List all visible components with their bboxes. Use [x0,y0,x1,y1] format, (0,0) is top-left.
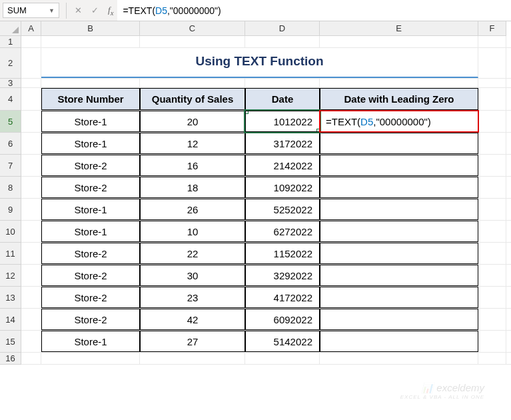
cell-F11[interactable] [478,243,506,264]
cell-qty[interactable]: 22 [140,243,245,264]
cell-qty[interactable]: 10 [140,221,245,242]
row-header-2[interactable]: 2 [0,48,21,79]
row-header-8[interactable]: 8 [0,177,21,199]
cell-D1[interactable] [245,36,320,47]
cell-A14[interactable] [21,309,41,330]
cell-F1[interactable] [478,36,506,47]
cell-qty[interactable]: 42 [140,309,245,330]
cell-F12[interactable] [478,265,506,286]
cell-D5-referenced[interactable]: 1012022 [245,111,320,132]
cell-lead[interactable] [320,287,478,308]
header-qty[interactable]: Quantity of Sales [140,88,245,110]
cell-F9[interactable] [478,199,506,220]
cell-F2[interactable] [478,48,506,78]
header-lead[interactable]: Date with Leading Zero [320,88,478,110]
row-header-10[interactable]: 10 [0,221,21,243]
cell-F16[interactable] [478,353,506,364]
fx-icon[interactable]: fx [108,5,113,17]
cell-lead[interactable] [320,331,478,352]
col-header-E[interactable]: E [320,21,478,36]
cell-qty[interactable]: 23 [140,287,245,308]
cell-E3[interactable] [320,79,478,87]
cell-qty[interactable]: 12 [140,133,245,154]
cell-E5-editing[interactable]: =TEXT(D5,"00000000") [320,111,478,132]
cell-F4[interactable] [478,88,506,110]
name-box[interactable]: SUM ▼ [3,3,59,18]
cell-A2[interactable] [21,48,41,78]
cell-qty[interactable]: 18 [140,177,245,198]
cell-store[interactable]: Store-1 [41,133,140,154]
cell-C1[interactable] [140,36,245,47]
cell-D16[interactable] [245,353,320,364]
cell-E1[interactable] [320,36,478,47]
cell-A3[interactable] [21,79,41,87]
cell-E16[interactable] [320,353,478,364]
cell-date[interactable]: 3292022 [245,265,320,286]
cell-F3[interactable] [478,79,506,87]
cell-F8[interactable] [478,177,506,198]
cell-store[interactable]: Store-2 [41,155,140,176]
cell-date[interactable]: 5252022 [245,199,320,220]
cell-store[interactable]: Store-2 [41,309,140,330]
cell-F15[interactable] [478,331,506,352]
cell-B16[interactable] [41,353,140,364]
chevron-down-icon[interactable]: ▼ [49,7,55,14]
cell-A16[interactable] [21,353,41,364]
cell-lead[interactable] [320,265,478,286]
col-header-D[interactable]: D [245,21,320,36]
cell-D3[interactable] [245,79,320,87]
cell-date[interactable]: 1092022 [245,177,320,198]
row-header-6[interactable]: 6 [0,133,21,155]
select-all-corner[interactable] [0,21,21,36]
row-header-13[interactable]: 13 [0,287,21,309]
cell-store[interactable]: Store-1 [41,111,140,132]
row-header-5[interactable]: 5 [0,111,21,133]
cell-A4[interactable] [21,88,41,110]
cell-F13[interactable] [478,287,506,308]
row-header-9[interactable]: 9 [0,199,21,221]
cell-F10[interactable] [478,221,506,242]
cell-store[interactable]: Store-2 [41,243,140,264]
cell-A8[interactable] [21,177,41,198]
cell-date[interactable]: 1152022 [245,243,320,264]
cell-qty[interactable]: 27 [140,331,245,352]
row-header-3[interactable]: 3 [0,79,21,88]
col-header-C[interactable]: C [140,21,245,36]
cell-date[interactable]: 3172022 [245,133,320,154]
cell-F7[interactable] [478,155,506,176]
cell-A9[interactable] [21,199,41,220]
cell-C16[interactable] [140,353,245,364]
cell-lead[interactable] [320,155,478,176]
cell-qty[interactable]: 20 [140,111,245,132]
cell-A5[interactable] [21,111,41,132]
header-store[interactable]: Store Number [41,88,140,110]
cell-store[interactable]: Store-1 [41,221,140,242]
cancel-icon[interactable]: ✕ [75,5,82,15]
row-header-14[interactable]: 14 [0,309,21,331]
cell-store[interactable]: Store-2 [41,177,140,198]
cell-A13[interactable] [21,287,41,308]
cell-B1[interactable] [41,36,140,47]
row-header-11[interactable]: 11 [0,243,21,265]
cell-A1[interactable] [21,36,41,47]
row-header-12[interactable]: 12 [0,265,21,287]
page-title[interactable]: Using TEXT Function [41,48,478,78]
cell-date[interactable]: 4172022 [245,287,320,308]
cell-A11[interactable] [21,243,41,264]
cell-C3[interactable] [140,79,245,87]
cell-lead[interactable] [320,309,478,330]
cell-F14[interactable] [478,309,506,330]
row-header-1[interactable]: 1 [0,36,21,48]
cell-A7[interactable] [21,155,41,176]
col-header-F[interactable]: F [478,21,506,36]
cell-A15[interactable] [21,331,41,352]
cell-date[interactable]: 5142022 [245,331,320,352]
confirm-icon[interactable]: ✓ [91,5,99,15]
formula-input[interactable]: =TEXT(D5,"00000000") [117,0,511,21]
cell-qty[interactable]: 30 [140,265,245,286]
header-date[interactable]: Date [245,88,320,110]
cell-store[interactable]: Store-1 [41,331,140,352]
cell-store[interactable]: Store-2 [41,265,140,286]
cell-lead[interactable] [320,177,478,198]
row-header-4[interactable]: 4 [0,88,21,111]
